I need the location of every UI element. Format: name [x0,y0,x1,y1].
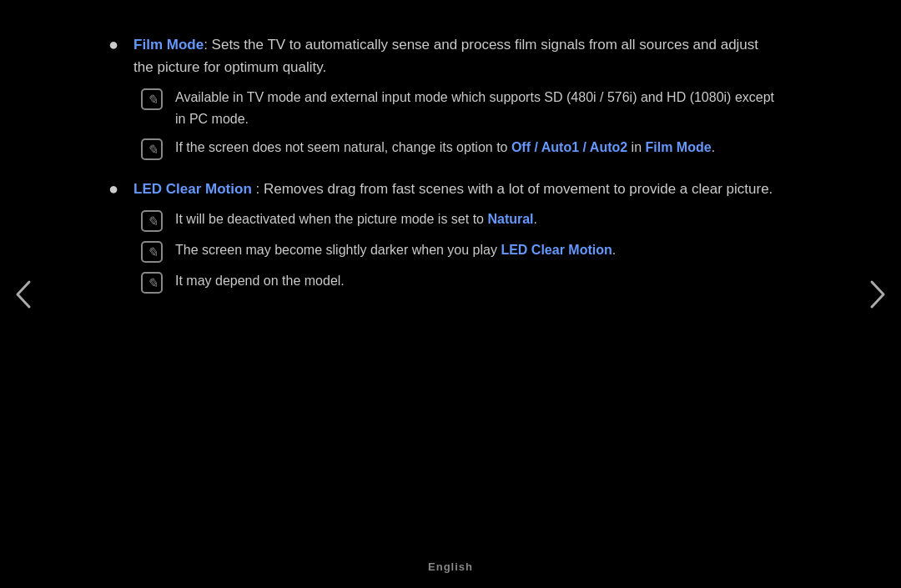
nav-arrow-right[interactable] [863,269,893,319]
svg-text:✎: ✎ [147,276,158,290]
svg-text:✎: ✎ [147,143,158,157]
note-icon-3: ✎ [140,209,164,233]
note-icon-4: ✎ [140,240,164,264]
svg-text:✎: ✎ [147,245,158,259]
led-note3-text: It may depend on the model. [175,270,345,292]
led-note1-suffix: . [534,212,537,226]
led-note2-prefix: The screen may become slightly darker wh… [175,243,501,257]
film-mode-note2-suffix: in [627,140,645,154]
led-note2-highlight: LED Clear Motion [501,243,612,257]
note-icon-2: ✎ [140,138,164,161]
led-note2-suffix: . [612,243,616,257]
film-mode-note1: ✎ Available in TV mode and external inpu… [140,87,776,129]
led-clear-motion-text: LED Clear Motion : Removes drag from fas… [133,178,773,200]
led-clear-motion-term: LED Clear Motion [133,181,252,197]
film-mode-note2-text: If the screen does not seem natural, cha… [175,137,715,158]
svg-text:✎: ✎ [147,214,158,229]
led-clear-motion-bullet: ● LED Clear Motion : Removes drag from f… [108,178,776,200]
note-icon-1: ✎ [140,88,164,111]
led-note2: ✎ The screen may become slightly darker … [140,239,776,264]
note-icon-5: ✎ [140,271,164,294]
led-note3: ✎ It may depend on the model. [140,270,776,294]
led-note1-prefix: It will be deactivated when the picture … [175,212,487,226]
led-clear-motion-desc: : Removes drag from fast scenes with a l… [252,181,773,197]
film-mode-note2-term: Film Mode [646,140,712,154]
svg-text:✎: ✎ [147,93,158,107]
film-mode-note2-prefix: If the screen does not seem natural, cha… [175,140,511,154]
film-mode-note1-text: Available in TV mode and external input … [175,87,776,129]
nav-arrow-left[interactable] [8,269,38,319]
film-mode-note2: ✎ If the screen does not seem natural, c… [140,137,776,161]
film-mode-term: Film Mode [133,37,204,53]
bullet-dot-1: ● [108,35,118,54]
led-clear-motion-section: ● LED Clear Motion : Removes drag from f… [108,178,776,294]
bullet-dot-2: ● [108,179,118,199]
led-note2-text: The screen may become slightly darker wh… [175,239,616,261]
film-mode-section: ● Film Mode: Sets the TV to automaticall… [108,33,776,161]
film-mode-bullet: ● Film Mode: Sets the TV to automaticall… [108,33,776,78]
film-mode-text: Film Mode: Sets the TV to automatically … [133,33,776,78]
footer-language: English [428,560,473,573]
film-mode-desc: : Sets the TV to automatically sense and… [133,37,758,75]
led-note1-highlight: Natural [487,212,533,226]
film-mode-note2-highlight: Off / Auto1 / Auto2 [511,140,627,154]
main-content: ● Film Mode: Sets the TV to automaticall… [42,0,859,344]
film-mode-note2-end: . [712,140,715,154]
led-note1-text: It will be deactivated when the picture … [175,209,537,230]
led-note1: ✎ It will be deactivated when the pictur… [140,209,776,233]
